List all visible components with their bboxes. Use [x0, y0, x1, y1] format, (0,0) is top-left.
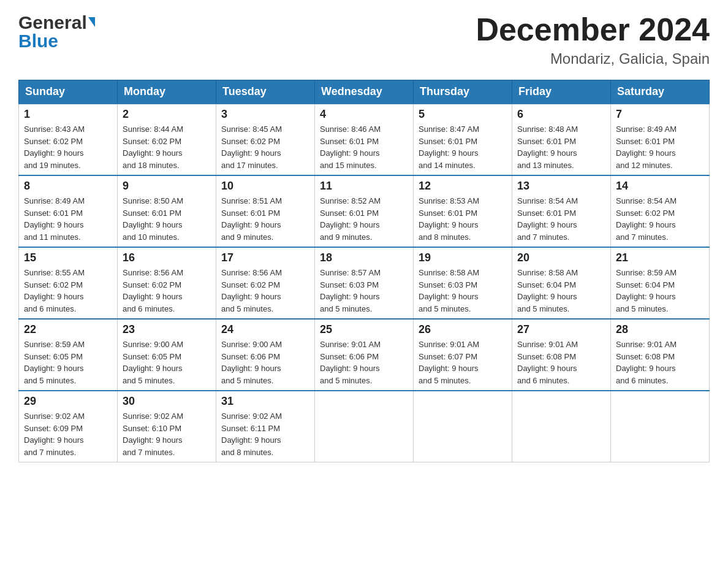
calendar-header-row: Sunday Monday Tuesday Wednesday Thursday…: [19, 80, 710, 104]
day-info: Sunrise: 8:59 AM Sunset: 6:05 PM Dayligh…: [24, 339, 112, 386]
table-row: [611, 391, 710, 462]
day-number: 31: [221, 395, 309, 408]
day-info: Sunrise: 8:55 AM Sunset: 6:02 PM Dayligh…: [24, 267, 112, 315]
day-info: Sunrise: 8:58 AM Sunset: 6:04 PM Dayligh…: [517, 267, 605, 315]
day-number: 21: [616, 251, 704, 264]
table-row: 24 Sunrise: 9:00 AM Sunset: 6:06 PM Dayl…: [216, 319, 315, 391]
table-row: 31 Sunrise: 9:02 AM Sunset: 6:11 PM Dayl…: [216, 391, 315, 462]
day-number: 9: [123, 180, 211, 193]
table-row: 6 Sunrise: 8:48 AM Sunset: 6:01 PM Dayli…: [512, 104, 611, 175]
day-info: Sunrise: 8:54 AM Sunset: 6:02 PM Dayligh…: [616, 195, 704, 243]
day-info: Sunrise: 8:48 AM Sunset: 6:01 PM Dayligh…: [517, 123, 605, 171]
table-row: 13 Sunrise: 8:54 AM Sunset: 6:01 PM Dayl…: [512, 175, 611, 247]
table-row: 18 Sunrise: 8:57 AM Sunset: 6:03 PM Dayl…: [315, 247, 414, 319]
day-number: 22: [24, 323, 112, 336]
table-row: 7 Sunrise: 8:49 AM Sunset: 6:01 PM Dayli…: [611, 104, 710, 175]
day-info: Sunrise: 8:58 AM Sunset: 6:03 PM Dayligh…: [419, 267, 507, 315]
title-section: December 2024 Mondariz, Galicia, Spain: [476, 12, 710, 67]
day-number: 28: [616, 323, 704, 336]
day-number: 14: [616, 180, 704, 193]
table-row: 28 Sunrise: 9:01 AM Sunset: 6:08 PM Dayl…: [611, 319, 710, 391]
table-row: 26 Sunrise: 9:01 AM Sunset: 6:07 PM Dayl…: [414, 319, 512, 391]
table-row: 8 Sunrise: 8:49 AM Sunset: 6:01 PM Dayli…: [19, 175, 118, 247]
day-number: 13: [517, 180, 605, 193]
day-info: Sunrise: 9:01 AM Sunset: 6:08 PM Dayligh…: [616, 339, 704, 386]
day-info: Sunrise: 8:54 AM Sunset: 6:01 PM Dayligh…: [517, 195, 605, 243]
location: Mondariz, Galicia, Spain: [476, 50, 710, 67]
day-info: Sunrise: 8:43 AM Sunset: 6:02 PM Dayligh…: [24, 123, 112, 171]
day-info: Sunrise: 8:53 AM Sunset: 6:01 PM Dayligh…: [419, 195, 507, 243]
day-info: Sunrise: 8:46 AM Sunset: 6:01 PM Dayligh…: [320, 123, 408, 171]
day-number: 16: [123, 251, 211, 264]
col-header-wednesday: Wednesday: [315, 80, 414, 104]
table-row: 15 Sunrise: 8:55 AM Sunset: 6:02 PM Dayl…: [19, 247, 118, 319]
day-info: Sunrise: 9:00 AM Sunset: 6:05 PM Dayligh…: [123, 339, 211, 386]
day-number: 6: [517, 108, 605, 121]
table-row: 2 Sunrise: 8:44 AM Sunset: 6:02 PM Dayli…: [118, 104, 216, 175]
logo-general-text: General: [18, 12, 87, 33]
calendar-week-row: 15 Sunrise: 8:55 AM Sunset: 6:02 PM Dayl…: [19, 247, 710, 319]
table-row: 4 Sunrise: 8:46 AM Sunset: 6:01 PM Dayli…: [315, 104, 414, 175]
table-row: 17 Sunrise: 8:56 AM Sunset: 6:02 PM Dayl…: [216, 247, 315, 319]
day-info: Sunrise: 8:50 AM Sunset: 6:01 PM Dayligh…: [123, 195, 211, 243]
table-row: 14 Sunrise: 8:54 AM Sunset: 6:02 PM Dayl…: [611, 175, 710, 247]
day-info: Sunrise: 9:02 AM Sunset: 6:11 PM Dayligh…: [221, 410, 309, 458]
day-number: 27: [517, 323, 605, 336]
day-info: Sunrise: 8:49 AM Sunset: 6:01 PM Dayligh…: [616, 123, 704, 171]
table-row: 29 Sunrise: 9:02 AM Sunset: 6:09 PM Dayl…: [19, 391, 118, 462]
day-number: 23: [123, 323, 211, 336]
day-number: 24: [221, 323, 309, 336]
calendar-week-row: 1 Sunrise: 8:43 AM Sunset: 6:02 PM Dayli…: [19, 104, 710, 175]
table-row: [414, 391, 512, 462]
day-info: Sunrise: 9:02 AM Sunset: 6:10 PM Dayligh…: [123, 410, 211, 458]
table-row: 16 Sunrise: 8:56 AM Sunset: 6:02 PM Dayl…: [118, 247, 216, 319]
day-info: Sunrise: 8:45 AM Sunset: 6:02 PM Dayligh…: [221, 123, 309, 171]
day-number: 11: [320, 180, 408, 193]
day-number: 17: [221, 251, 309, 264]
table-row: [512, 391, 611, 462]
day-number: 1: [24, 108, 112, 121]
table-row: 27 Sunrise: 9:01 AM Sunset: 6:08 PM Dayl…: [512, 319, 611, 391]
day-number: 7: [616, 108, 704, 121]
table-row: 3 Sunrise: 8:45 AM Sunset: 6:02 PM Dayli…: [216, 104, 315, 175]
table-row: 20 Sunrise: 8:58 AM Sunset: 6:04 PM Dayl…: [512, 247, 611, 319]
day-number: 2: [123, 108, 211, 121]
day-info: Sunrise: 8:56 AM Sunset: 6:02 PM Dayligh…: [123, 267, 211, 315]
day-info: Sunrise: 8:57 AM Sunset: 6:03 PM Dayligh…: [320, 267, 408, 315]
day-number: 30: [123, 395, 211, 408]
calendar-table: Sunday Monday Tuesday Wednesday Thursday…: [18, 80, 710, 462]
day-info: Sunrise: 9:01 AM Sunset: 6:08 PM Dayligh…: [517, 339, 605, 386]
day-number: 10: [221, 180, 309, 193]
day-info: Sunrise: 8:47 AM Sunset: 6:01 PM Dayligh…: [419, 123, 507, 171]
table-row: 21 Sunrise: 8:59 AM Sunset: 6:04 PM Dayl…: [611, 247, 710, 319]
day-info: Sunrise: 8:59 AM Sunset: 6:04 PM Dayligh…: [616, 267, 704, 315]
calendar-week-row: 29 Sunrise: 9:02 AM Sunset: 6:09 PM Dayl…: [19, 391, 710, 462]
table-row: 12 Sunrise: 8:53 AM Sunset: 6:01 PM Dayl…: [414, 175, 512, 247]
table-row: 9 Sunrise: 8:50 AM Sunset: 6:01 PM Dayli…: [118, 175, 216, 247]
col-header-tuesday: Tuesday: [216, 80, 315, 104]
day-info: Sunrise: 8:44 AM Sunset: 6:02 PM Dayligh…: [123, 123, 211, 171]
table-row: 19 Sunrise: 8:58 AM Sunset: 6:03 PM Dayl…: [414, 247, 512, 319]
day-number: 19: [419, 251, 507, 264]
day-info: Sunrise: 9:01 AM Sunset: 6:06 PM Dayligh…: [320, 339, 408, 386]
table-row: 25 Sunrise: 9:01 AM Sunset: 6:06 PM Dayl…: [315, 319, 414, 391]
col-header-saturday: Saturday: [611, 80, 710, 104]
table-row: 1 Sunrise: 8:43 AM Sunset: 6:02 PM Dayli…: [19, 104, 118, 175]
table-row: 10 Sunrise: 8:51 AM Sunset: 6:01 PM Dayl…: [216, 175, 315, 247]
day-number: 29: [24, 395, 112, 408]
day-number: 4: [320, 108, 408, 121]
col-header-sunday: Sunday: [19, 80, 118, 104]
day-info: Sunrise: 8:51 AM Sunset: 6:01 PM Dayligh…: [221, 195, 309, 243]
page-header: General Blue December 2024 Mondariz, Gal…: [18, 12, 710, 67]
day-number: 12: [419, 180, 507, 193]
day-number: 20: [517, 251, 605, 264]
day-info: Sunrise: 9:00 AM Sunset: 6:06 PM Dayligh…: [221, 339, 309, 386]
table-row: 23 Sunrise: 9:00 AM Sunset: 6:05 PM Dayl…: [118, 319, 216, 391]
col-header-thursday: Thursday: [414, 80, 512, 104]
table-row: 11 Sunrise: 8:52 AM Sunset: 6:01 PM Dayl…: [315, 175, 414, 247]
table-row: 5 Sunrise: 8:47 AM Sunset: 6:01 PM Dayli…: [414, 104, 512, 175]
col-header-monday: Monday: [118, 80, 216, 104]
day-number: 8: [24, 180, 112, 193]
day-number: 15: [24, 251, 112, 264]
calendar-week-row: 22 Sunrise: 8:59 AM Sunset: 6:05 PM Dayl…: [19, 319, 710, 391]
